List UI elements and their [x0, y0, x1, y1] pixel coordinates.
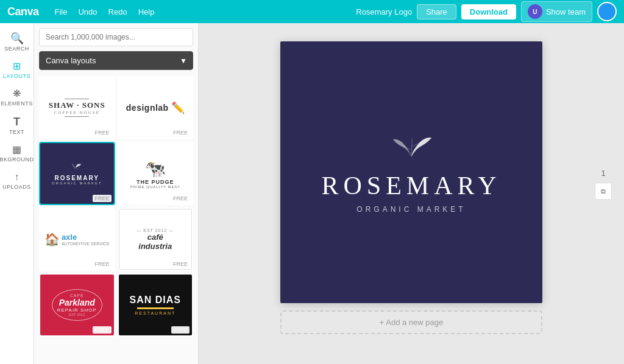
sidebar-uploads-label: UPLOADS [2, 184, 31, 190]
template-grid: SHAW · SONS COFFEE HOUSE FREE designlab … [39, 76, 193, 337]
free-badge-axle: FREE [93, 261, 111, 268]
layout-dropdown-wrap: Canva layouts My layouts Team layouts ▼ [39, 51, 193, 70]
show-team-label: Show team [546, 7, 586, 16]
sidebar-search-label: SEARCH [4, 46, 29, 52]
document-title: Rosemary Logo [356, 7, 412, 16]
avatar-small: U [528, 4, 542, 19]
left-panel: Canva layouts My layouts Team layouts ▼ … [34, 23, 199, 364]
template-shaw[interactable]: SHAW · SONS COFFEE HOUSE FREE [39, 76, 115, 139]
layout-dropdown[interactable]: Canva layouts My layouts Team layouts [39, 51, 193, 70]
sidebar-elements-label: ELEMENTS [1, 100, 33, 107]
rosemary-leaf-icon [387, 131, 436, 162]
nav-undo[interactable]: Undo [73, 5, 102, 19]
template-cafe[interactable]: — EST 2012 — café industria FREE [118, 208, 194, 271]
template-pudge[interactable]: 🐄 THE PUDGE PRIME QUALITY MEAT FREE [118, 142, 194, 205]
template-parkland[interactable]: CAFE Parkland REPAIR SHOP EST 2012 FREE [39, 273, 115, 337]
canvas-main-title: ROSEMARY [321, 171, 501, 200]
nav-file[interactable]: File [50, 5, 73, 19]
nav-redo[interactable]: Redo [104, 5, 132, 19]
nav-right-area: Rosemary Logo Share Download U Show team [356, 1, 617, 22]
rosemary-icon-small [68, 163, 86, 175]
template-axle[interactable]: 🏠 axle AUTOMOTIVE SERVICE FREE [39, 208, 115, 271]
free-badge-sandias: FREE [171, 326, 190, 334]
sidebar-item-layouts[interactable]: ⊞ LAYOUTS [0, 57, 34, 84]
sidebar-item-elements[interactable]: ❋ ELEMENTS [0, 84, 34, 111]
sidebar-item-search[interactable]: 🔍 SEARCH [0, 28, 34, 57]
sidebar-item-background[interactable]: ▦ BKGROUND [0, 140, 34, 167]
top-navigation: Canva File Undo Redo Help Rosemary Logo … [0, 0, 624, 23]
template-sandias[interactable]: SAN DIAS RESTAURANT FREE [118, 273, 194, 337]
download-button[interactable]: Download [461, 4, 516, 19]
search-icon: 🔍 [10, 33, 24, 44]
free-badge-pudge: FREE [171, 195, 190, 202]
canva-logo: Canva [7, 5, 39, 18]
free-badge-rosemary: FREE [93, 195, 111, 202]
text-icon: T [13, 116, 20, 127]
canvas-frame[interactable]: ROSEMARY ORGANIC MARKET [280, 41, 542, 303]
elements-icon: ❋ [13, 89, 21, 99]
main-layout: 🔍 SEARCH ⊞ LAYOUTS ❋ ELEMENTS T TEXT ▦ B… [0, 23, 624, 364]
copy-page-button[interactable]: ⧉ [595, 183, 612, 200]
nav-help[interactable]: Help [133, 5, 160, 19]
user-avatar[interactable] [597, 2, 617, 21]
free-badge-shaw: FREE [93, 129, 111, 136]
background-icon: ▦ [12, 145, 21, 155]
sidebar-icons: 🔍 SEARCH ⊞ LAYOUTS ❋ ELEMENTS T TEXT ▦ B… [0, 23, 34, 364]
nav-menu: File Undo Redo Help [50, 5, 160, 19]
sidebar-item-uploads[interactable]: ↑ UPLOADS [0, 167, 34, 195]
show-team-button[interactable]: U Show team [521, 1, 592, 22]
copy-icon: ⧉ [601, 187, 606, 195]
layouts-icon: ⊞ [13, 61, 21, 71]
uploads-icon: ↑ [15, 172, 20, 182]
free-badge-cafe: FREE [171, 261, 190, 268]
sidebar-bkground-label: BKGROUND [0, 156, 34, 163]
template-designlab[interactable]: designlab ✏️ FREE [118, 76, 194, 139]
canvas-tools: 1 ⧉ [595, 169, 612, 200]
sidebar-layouts-label: LAYOUTS [3, 73, 30, 79]
sidebar-text-label: TEXT [9, 129, 24, 135]
sidebar-item-text[interactable]: T TEXT [0, 111, 34, 140]
search-input[interactable] [39, 28, 193, 46]
free-badge-parkland: FREE [93, 326, 111, 334]
template-rosemary[interactable]: ROSEMARY ORGANIC MARKET FREE [39, 142, 115, 205]
free-badge-designlab: FREE [171, 129, 190, 136]
page-number: 1 [595, 169, 612, 178]
add-page-button[interactable]: + Add a new page [280, 310, 542, 334]
canvas-subtitle: ORGANIC MARKET [356, 205, 466, 214]
canvas-area: ROSEMARY ORGANIC MARKET + Add a new page… [199, 23, 624, 364]
share-button[interactable]: Share [417, 4, 456, 19]
